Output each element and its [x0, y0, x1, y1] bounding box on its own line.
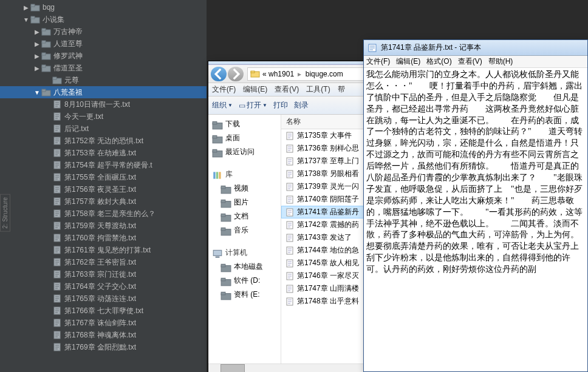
column-header-name[interactable]: 名称	[281, 115, 370, 129]
burn-button[interactable]: 刻录	[294, 100, 309, 110]
svg-rect-55	[221, 228, 225, 231]
tree-folder[interactable]: ▼八荒圣祖	[0, 86, 207, 98]
tree-folder[interactable]: ▶人道至尊	[0, 38, 207, 50]
tree-file[interactable]: 后记.txt	[0, 123, 207, 135]
file-item[interactable]: 第1744章 地位的急	[281, 244, 370, 257]
nav-item[interactable]: 软件 (D:	[208, 274, 281, 288]
file-item[interactable]: 第1736章 别样心思	[281, 142, 370, 155]
tree-file[interactable]: 第1766章 七大罪孽使.txt	[0, 305, 207, 317]
organize-button[interactable]: 组织 ▼	[212, 100, 233, 110]
tree-file[interactable]: 第1752章 无边的恐惧.txt	[0, 135, 207, 147]
tree-label: 第1766章 七大罪孽使.txt	[64, 305, 143, 317]
file-item[interactable]: 第1740章 阴阳莲子	[281, 193, 370, 206]
tree-folder[interactable]: ▶bqg	[0, 1, 207, 13]
tree-file[interactable]: 第1755章 全面碾压.txt	[0, 171, 207, 183]
tree-file[interactable]: 第1757章 敕封大典.txt	[0, 195, 207, 208]
nav-item[interactable]: 文档	[208, 209, 281, 223]
back-button[interactable]	[211, 67, 227, 81]
nav-item[interactable]: 本地磁盘	[208, 260, 281, 274]
tree-file[interactable]: 第1762章 王爷密旨.txt	[0, 256, 207, 268]
tree-file[interactable]: 第1753章 在劫难逃.txt	[0, 147, 207, 159]
notepad-window: 第1741章 品鉴新丹.txt - 记事本 文件(F)编辑(E)格式(O)查看(…	[363, 39, 588, 372]
nav-item[interactable]: 音乐	[208, 223, 281, 237]
file-item[interactable]: 第1741章 品鉴新丹	[281, 206, 370, 218]
notepad-menu-item[interactable]: 编辑(E)	[396, 56, 420, 67]
notepad-text-area[interactable]: 我怎么能动用宗门的立身之本。人人都说枚低阶圣丹又能怎么・・・" 哽！打量着手中的…	[364, 68, 587, 371]
tree-file[interactable]: 第1759章 天尊渡劫.txt	[0, 220, 207, 232]
explorer-menu-item[interactable]: 帮	[338, 84, 345, 95]
tree-folder[interactable]: ▼小说集	[0, 13, 207, 25]
file-item[interactable]: 第1745章 故人相见	[281, 257, 370, 269]
file-icon	[52, 342, 62, 352]
tree-file[interactable]: 第1765章 动荡连连.txt	[0, 293, 207, 305]
open-button[interactable]: ▭ 打开 ▼	[239, 100, 267, 110]
tree-file[interactable]: 8月10日请假一天.txt	[0, 98, 207, 110]
file-item[interactable]: 第1746章 一家尽灭	[281, 269, 370, 282]
structure-tab[interactable]: 2: Structure	[0, 194, 10, 232]
file-item[interactable]: 第1739章 灵光一闪	[281, 180, 370, 193]
address-bar[interactable]: « wh1901 ▸ biquge.com	[247, 67, 365, 81]
file-icon	[52, 318, 62, 328]
tree-folder[interactable]: 元尊	[0, 74, 207, 86]
tree-file[interactable]: 第1764章 父子交心.txt	[0, 280, 207, 293]
notepad-menu-item[interactable]: 查看(V)	[458, 56, 482, 67]
expand-arrow-icon[interactable]: ▶	[22, 4, 30, 11]
file-item[interactable]: 第1738章 另眼相看	[281, 167, 370, 180]
tree-file[interactable]: 第1758章 老三是亲生的么？	[0, 208, 207, 220]
notepad-title: 第1741章 品鉴新丹.txt - 记事本	[381, 42, 481, 53]
explorer-menu-item[interactable]: 查看(V)	[275, 84, 299, 95]
expand-arrow-icon[interactable]: ▼	[22, 16, 30, 23]
nav-item[interactable]: 视频	[208, 181, 281, 195]
expand-arrow-icon[interactable]: ▶	[33, 53, 41, 59]
expand-arrow-icon[interactable]: ▶	[33, 29, 41, 35]
tree-file[interactable]: 第1769章 金阳烈黜.txt	[0, 341, 207, 353]
tree-file[interactable]: 第1763章 宗门迁徙.txt	[0, 268, 207, 280]
tree-file[interactable]: 今天一更.txt	[0, 110, 207, 123]
notepad-menu-item[interactable]: 帮助(H)	[488, 56, 513, 67]
tree-file[interactable]: 第1756章 夜灵圣王.txt	[0, 183, 207, 195]
horizontal-scrollbar[interactable]	[208, 364, 370, 372]
svg-rect-15	[42, 89, 46, 92]
notepad-menu-item[interactable]: 文件(F)	[366, 56, 390, 67]
tree-folder[interactable]: ▶儒道至圣	[0, 62, 207, 74]
nav-item[interactable]: 下载	[208, 117, 281, 131]
folder-icon	[41, 63, 51, 73]
nav-computer[interactable]: 计算机	[208, 246, 281, 260]
file-icon	[52, 112, 62, 121]
file-icon	[52, 221, 62, 231]
file-item[interactable]: 第1735章 大事件	[281, 129, 370, 142]
project-tree-sidebar: ▶bqg▼小说集▶万古神帝▶人道至尊▶修罗武神▶儒道至圣元尊▼八荒圣祖8月10日…	[0, 0, 207, 372]
tree-file[interactable]: 第1768章 神魂离体.txt	[0, 329, 207, 341]
nav-item[interactable]: 最近访问	[208, 145, 281, 159]
expand-arrow-icon[interactable]: ▶	[33, 65, 41, 72]
nav-item[interactable]: 资料 (E:	[208, 288, 281, 302]
notepad-menu-item[interactable]: 格式(O)	[426, 56, 451, 67]
file-item[interactable]: 第1742章 震撼的药	[281, 218, 370, 231]
nav-library[interactable]: 库	[208, 167, 281, 181]
text-file-icon	[285, 233, 295, 243]
tree-file[interactable]: 第1754章 超乎寻常的硬骨.t	[0, 159, 207, 171]
file-item[interactable]: 第1743章 发达了	[281, 231, 370, 244]
nav-item[interactable]: 图片	[208, 195, 281, 209]
file-icon	[52, 233, 62, 243]
tree-file[interactable]: 第1761章 鬼见愁的打算.txt	[0, 244, 207, 256]
print-button[interactable]: 打印	[273, 100, 288, 110]
expand-arrow-icon[interactable]: ▼	[33, 89, 41, 96]
expand-arrow-icon[interactable]: ▶	[33, 41, 41, 47]
explorer-menu-item[interactable]: 编辑(E)	[243, 84, 267, 95]
explorer-menu-item[interactable]: 工具(T)	[306, 84, 330, 95]
explorer-menu-item[interactable]: 文件(F)	[212, 84, 236, 95]
nav-item[interactable]: 桌面	[208, 131, 281, 145]
file-item[interactable]: 第1737章 至尊上门	[281, 155, 370, 167]
tree-label: 人道至尊	[53, 38, 83, 50]
file-item[interactable]: 第1748章 出乎意料	[281, 295, 370, 308]
tree-file[interactable]: 第1760章 拘雷禁池.txt	[0, 232, 207, 244]
nav-icon	[220, 226, 231, 235]
tree-folder[interactable]: ▶修罗武神	[0, 50, 207, 62]
file-item[interactable]: 第1747章 山雨满楼	[281, 282, 370, 295]
forward-button[interactable]	[228, 67, 244, 81]
text-file-icon	[285, 284, 295, 294]
tree-file[interactable]: 第1767章 诛仙剑阵.txt	[0, 317, 207, 329]
tree-folder[interactable]: ▶万古神帝	[0, 25, 207, 38]
notepad-title-bar[interactable]: 第1741章 品鉴新丹.txt - 记事本	[364, 40, 587, 56]
